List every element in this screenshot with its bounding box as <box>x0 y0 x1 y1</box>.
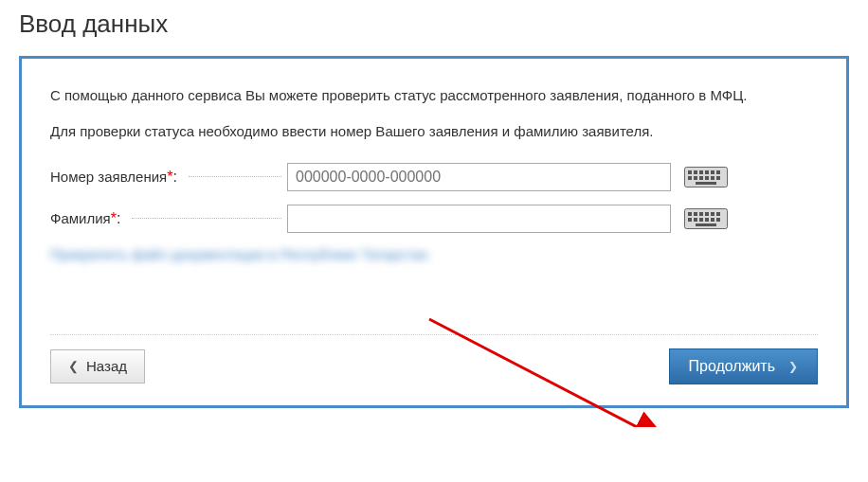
application-number-label: Номер заявления <box>50 169 167 185</box>
svg-rect-4 <box>705 170 709 174</box>
chevron-left-icon: ❮ <box>68 359 79 373</box>
svg-rect-1 <box>688 170 692 174</box>
svg-rect-18 <box>705 212 709 216</box>
keyboard-icon <box>684 208 728 229</box>
svg-rect-3 <box>699 170 703 174</box>
svg-rect-12 <box>716 176 720 180</box>
blurred-link[interactable]: Прикрепить файл документации в Республик… <box>50 246 818 262</box>
application-number-label-wrap: Номер заявления* : <box>50 169 287 186</box>
chevron-right-icon: ❯ <box>788 360 798 373</box>
application-number-input[interactable] <box>287 163 671 191</box>
svg-rect-13 <box>696 182 716 185</box>
colon: : <box>117 210 120 227</box>
svg-rect-25 <box>711 218 714 222</box>
keyboard-icon <box>684 167 728 187</box>
svg-rect-16 <box>694 212 697 216</box>
surname-row: Фамилия* : <box>50 205 818 233</box>
svg-rect-19 <box>711 212 714 216</box>
intro-text-2: Для проверки статуса необходимо ввести н… <box>50 121 818 142</box>
surname-label: Фамилия <box>50 210 111 226</box>
svg-rect-9 <box>699 176 703 180</box>
continue-button-label: Продолжить <box>689 358 775 375</box>
surname-input[interactable] <box>287 205 671 233</box>
svg-rect-10 <box>705 176 709 180</box>
svg-rect-6 <box>716 170 720 174</box>
page-title: Ввод данных <box>19 9 849 39</box>
svg-rect-23 <box>699 218 703 222</box>
svg-rect-27 <box>696 223 716 226</box>
svg-rect-20 <box>716 212 720 216</box>
surname-label-wrap: Фамилия* : <box>50 210 287 227</box>
svg-rect-22 <box>694 218 697 222</box>
svg-rect-15 <box>688 212 692 216</box>
svg-rect-17 <box>699 212 703 216</box>
application-number-row: Номер заявления* : <box>50 163 818 191</box>
virtual-keyboard-button[interactable] <box>684 167 728 187</box>
svg-rect-7 <box>688 176 692 180</box>
svg-rect-11 <box>711 176 714 180</box>
continue-button[interactable]: Продолжить ❯ <box>669 348 818 384</box>
svg-rect-5 <box>711 170 714 174</box>
colon: : <box>172 169 176 186</box>
svg-rect-8 <box>694 176 697 180</box>
back-button-label: Назад <box>86 358 127 374</box>
back-button[interactable]: ❮ Назад <box>50 349 145 384</box>
intro-text-1: С помощью данного сервиса Вы можете пров… <box>50 85 818 106</box>
virtual-keyboard-button[interactable] <box>684 208 728 229</box>
divider <box>50 334 818 335</box>
form-panel: С помощью данного сервиса Вы можете пров… <box>19 56 849 408</box>
svg-rect-24 <box>705 218 709 222</box>
svg-rect-2 <box>694 170 697 174</box>
svg-rect-26 <box>716 218 720 222</box>
label-dots <box>132 218 281 219</box>
button-row: ❮ Назад Продолжить ❯ <box>50 348 818 384</box>
svg-rect-21 <box>688 218 692 222</box>
label-dots <box>189 176 281 177</box>
